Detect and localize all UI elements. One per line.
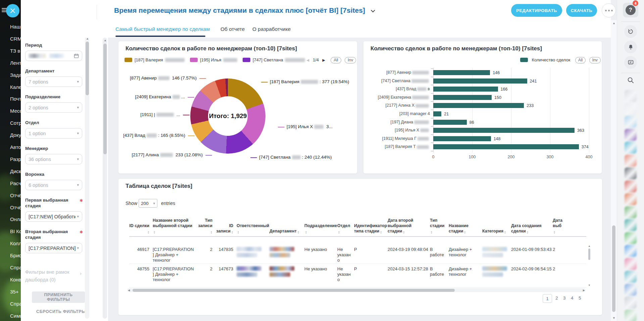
left-rail-item[interactable]: BI Ко (10, 228, 21, 234)
table-column-header[interactable]: Тип стадии▲▼ (430, 218, 449, 234)
filter-select[interactable]: [C17:PREPARATION] Ди...▾ (25, 243, 82, 253)
left-rail-item[interactable]: Авто (10, 144, 21, 150)
left-rail-item[interactable]: Диск (10, 168, 21, 174)
table-hscrollbar-thumb[interactable] (133, 289, 455, 292)
bar[interactable] (433, 111, 441, 116)
left-rail-item[interactable]: CRM (10, 36, 21, 42)
avatar[interactable] (625, 245, 637, 257)
filter-select[interactable]: 1 option▾ (25, 128, 82, 139)
panel-scrollbar[interactable]: ▲ (103, 38, 107, 319)
avatar[interactable] (625, 142, 637, 154)
search-button[interactable] (627, 76, 635, 86)
legend-all-button[interactable]: All (331, 57, 341, 63)
updates-button[interactable] (624, 25, 637, 38)
filter-select[interactable]: 36 options▾ (25, 154, 82, 164)
left-rail-item[interactable]: Колл (10, 240, 21, 246)
table-column-header[interactable]: Идентификатор типа стадии▲▼ (354, 223, 388, 234)
table-column-header[interactable]: Дата выб▲▼ (553, 218, 567, 234)
scroll-up-icon[interactable]: ▲ (588, 245, 591, 248)
page-button[interactable]: 5 (579, 296, 581, 301)
left-rail-item[interactable]: Разр (10, 156, 21, 162)
bar[interactable] (433, 70, 490, 75)
filter-select[interactable]: 6 options▾ (25, 180, 82, 190)
left-rail-item[interactable]: Кале (10, 84, 21, 90)
period-date-input[interactable] (25, 51, 82, 61)
left-rail-item[interactable]: Сими (10, 313, 21, 319)
table-column-header[interactable]: Дата второй выбранной стадии▲▼ (388, 218, 430, 234)
avatar[interactable] (625, 193, 637, 205)
page-title[interactable]: Время перемещения между стадиями в сделк… (114, 6, 374, 14)
bar-inv-button[interactable]: Inv (589, 57, 601, 63)
avatar[interactable] (625, 103, 637, 115)
bar[interactable] (433, 144, 579, 149)
left-rail-item[interactable]: 35+ (10, 289, 18, 295)
chevron-right-icon[interactable]: › (80, 270, 82, 276)
bar[interactable] (433, 87, 498, 92)
table-column-header[interactable]: Тип записи▲▼ (198, 218, 216, 234)
scroll-up-icon[interactable]: ▲ (612, 22, 615, 25)
bar-all-button[interactable]: All (575, 57, 586, 63)
left-rail-item[interactable]: Отчё (10, 205, 21, 210)
left-rail-item[interactable]: Спра (10, 301, 21, 307)
left-rail-item[interactable]: Сотр (10, 120, 21, 126)
table-column-header[interactable]: Название второй выбранной стадии▲▼ (153, 218, 198, 234)
page-button[interactable]: 3 (563, 296, 566, 301)
filter-scrollbar[interactable]: ▲ (85, 36, 89, 319)
bar[interactable] (433, 103, 524, 108)
avatar[interactable] (625, 155, 637, 167)
table-column-header[interactable]: Категория▲▼ (482, 228, 511, 234)
bar[interactable] (433, 128, 575, 133)
table-column-header[interactable]: Департамент▲▼ (269, 228, 304, 234)
table-vscrollbar[interactable]: ▲ ▼ (588, 245, 591, 287)
scroll-left-icon[interactable]: ◀ (128, 289, 130, 292)
main-scrollbar-thumb[interactable] (612, 225, 615, 312)
chevron-down-icon[interactable] (371, 8, 375, 12)
table-column-header[interactable]: ID записи▲▼ (216, 223, 237, 234)
tab-about-developer[interactable]: О разработчике (252, 26, 291, 32)
tab-about-report[interactable]: Об отчете (220, 26, 245, 32)
page-button[interactable]: 1 (543, 294, 552, 303)
bar[interactable] (433, 78, 527, 84)
filters-outside-note[interactable]: Фильтры вне рамок дашборда (0) (25, 268, 82, 284)
page-size-select[interactable]: 200▾ (139, 199, 157, 208)
avatar[interactable] (625, 180, 637, 193)
legend-inv-button[interactable]: Inv (345, 57, 356, 63)
avatar[interactable] (625, 116, 637, 128)
table-header-row[interactable]: ID сделки▲▼Название второй выбранной ста… (129, 218, 586, 237)
more-options-button[interactable] (602, 3, 616, 17)
table-column-header[interactable]: Дата создания сделки▲▼ (511, 223, 553, 234)
avatar[interactable] (625, 219, 637, 231)
left-rail-item[interactable]: ТЗ в (10, 48, 20, 54)
notifications-button[interactable] (624, 41, 637, 53)
edit-button[interactable]: РЕДАКТИРОВАТЬ (511, 4, 562, 17)
scroll-down-icon[interactable]: ▼ (588, 284, 591, 287)
scroll-up-icon[interactable]: ▲ (86, 37, 89, 40)
left-rail-item[interactable]: Лент (10, 60, 21, 66)
avatar[interactable] (625, 258, 637, 270)
avatar[interactable] (625, 271, 637, 283)
table-column-header[interactable]: Название стадии▲▼ (449, 223, 482, 234)
left-rail-item[interactable]: Онла (10, 216, 21, 222)
panel-scrollbar-thumb[interactable] (103, 44, 107, 154)
avatar[interactable] (625, 90, 637, 102)
left-rail-item[interactable]: Почт (10, 96, 21, 102)
left-rail-item[interactable]: Наш (10, 24, 20, 30)
avatar[interactable] (625, 310, 637, 321)
bar[interactable] (433, 95, 492, 100)
legend-prev-icon[interactable]: ◀ (306, 58, 309, 62)
legend-item[interactable]: [747] Светлана (243, 57, 305, 63)
legend-item[interactable]: [187] Валерия (125, 57, 185, 63)
avatar[interactable] (625, 297, 637, 309)
left-rail-item[interactable]: Отчё (10, 193, 21, 198)
avatar[interactable] (625, 129, 637, 141)
donut-chart[interactable]: Итого: 1,929 (190, 78, 265, 154)
scroll-down-icon[interactable]: ▼ (612, 317, 615, 320)
scroll-up-icon[interactable]: ▲ (104, 39, 107, 42)
page-button[interactable]: 2 (555, 296, 558, 301)
page-button[interactable]: 4 (571, 296, 574, 301)
bar[interactable] (433, 120, 467, 125)
reset-filters-button[interactable]: СБРОСИТЬ ФИЛЬТРЫ (34, 309, 88, 314)
filter-select[interactable]: 7 options▾ (25, 76, 82, 87)
legend-item[interactable]: [195] Илья (190, 57, 237, 63)
left-rail-item[interactable]: Спра (10, 265, 21, 270)
